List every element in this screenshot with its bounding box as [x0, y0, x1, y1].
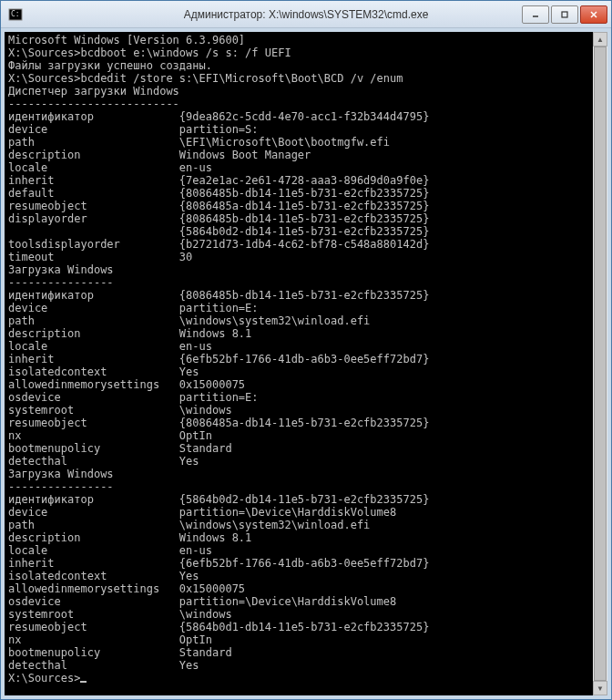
kv-value: en-us: [179, 161, 212, 174]
kv-row: nxOptIn: [8, 429, 604, 442]
scroll-up-button[interactable]: ▲: [593, 32, 607, 46]
kv-row: localeen-us: [8, 161, 604, 174]
kv-row: идентификатор{9dea862c-5cdd-4e70-acc1-f3…: [8, 110, 604, 123]
kv-value: Yes: [179, 455, 199, 468]
kv-row: descriptionWindows 8.1: [8, 327, 604, 340]
console-line: --------------------------: [8, 98, 604, 110]
kv-value: {5864b0d1-db14-11e5-b731-e2cfb2335725}: [179, 621, 430, 633]
kv-value: 0x15000075: [179, 582, 245, 595]
kv-row: devicepartition=\Device\HarddiskVolume8: [8, 506, 604, 519]
kv-key: resumeobject: [8, 417, 179, 429]
kv-value: Standard: [179, 646, 232, 659]
console-line: X:\Sources>bcdedit /store s:\EFI\Microso…: [8, 72, 604, 85]
svg-rect-3: [562, 12, 567, 17]
kv-value: en-us: [179, 544, 212, 557]
kv-value: partition=E:: [179, 302, 259, 314]
kv-value: {8086485a-db14-11e5-b731-e2cfb2335725}: [179, 417, 430, 429]
console-line: ----------------: [8, 480, 604, 493]
kv-value: Yes: [179, 659, 199, 672]
console-output[interactable]: Microsoft Windows [Version 6.3.9600]X:\S…: [5, 32, 607, 686]
kv-value: OptIn: [179, 633, 212, 646]
kv-value: {5864b0d2-db14-11e5-b731-e2cfb2335725}: [179, 493, 430, 506]
console-area: Microsoft Windows [Version 6.3.9600]X:\S…: [5, 32, 607, 695]
scroll-thumb[interactable]: [594, 46, 607, 681]
close-button[interactable]: [580, 5, 607, 24]
kv-value: \EFI\Microsoft\Boot\bootmgfw.efi: [179, 136, 390, 149]
minimize-button[interactable]: [522, 5, 549, 24]
console-prompt[interactable]: X:\Sources>: [8, 672, 604, 685]
svg-text:C:: C:: [11, 10, 20, 18]
console-line: X:\Sources>bcdboot e:\windows /s s: /f U…: [8, 46, 604, 59]
kv-row: localeen-us: [8, 544, 604, 557]
kv-value: Windows 8.1: [179, 531, 251, 544]
kv-key: default: [8, 187, 179, 200]
console-line: Загрузка Windows: [8, 263, 604, 276]
scroll-track[interactable]: [593, 46, 607, 681]
kv-row: {5864b0d2-db14-11e5-b731-e2cfb2335725}: [8, 225, 604, 238]
kv-key: path: [8, 314, 179, 327]
kv-key: идентификатор: [8, 289, 179, 302]
kv-value: {9dea862c-5cdd-4e70-acc1-f32b344d4795}: [179, 110, 430, 123]
console-line: ----------------: [8, 276, 604, 289]
kv-key: nx: [8, 429, 179, 442]
kv-value: \windows\system32\winload.efi: [179, 519, 371, 531]
kv-row: detecthalYes: [8, 455, 604, 468]
kv-key: description: [8, 149, 179, 161]
kv-value: \windows: [179, 608, 232, 621]
kv-row: bootmenupolicyStandard: [8, 646, 604, 659]
kv-value: partition=\Device\HarddiskVolume8: [179, 506, 396, 519]
kv-key: osdevice: [8, 595, 179, 608]
kv-key: path: [8, 136, 179, 149]
kv-value: partition=S:: [179, 123, 259, 136]
kv-key: locale: [8, 161, 179, 174]
kv-row: bootmenupolicyStandard: [8, 442, 604, 455]
kv-row: resumeobject{8086485a-db14-11e5-b731-e2c…: [8, 200, 604, 212]
vertical-scrollbar[interactable]: ▲ ▼: [593, 32, 607, 695]
kv-value: 0x15000075: [179, 378, 245, 391]
kv-key: path: [8, 519, 179, 531]
kv-key: resumeobject: [8, 621, 179, 633]
kv-row: path\windows\system32\winload.efi: [8, 519, 604, 531]
window-controls: [520, 5, 611, 24]
kv-value: Windows 8.1: [179, 327, 251, 340]
console-line: Диспетчер загрузки Windows: [8, 85, 604, 98]
kv-row: inherit{6efb52bf-1766-41db-a6b3-0ee5eff7…: [8, 557, 604, 570]
kv-key: systemroot: [8, 608, 179, 621]
kv-key: device: [8, 506, 179, 519]
kv-row: isolatedcontextYes: [8, 570, 604, 582]
kv-key: timeout: [8, 251, 179, 263]
kv-value: 30: [179, 251, 192, 263]
kv-value: {6efb52bf-1766-41db-a6b3-0ee5eff72bd7}: [179, 557, 430, 570]
kv-value: \windows\system32\winload.efi: [179, 314, 371, 327]
console-line: Загрузка Windows: [8, 468, 604, 480]
kv-value: {8086485b-db14-11e5-b731-e2cfb2335725}: [179, 187, 430, 200]
kv-key: toolsdisplayorder: [8, 238, 179, 251]
kv-row: displayorder{8086485b-db14-11e5-b731-e2c…: [8, 212, 604, 225]
titlebar[interactable]: C: Администратор: X:\windows\SYSTEM32\cm…: [1, 1, 611, 28]
kv-key: osdevice: [8, 391, 179, 404]
kv-key: isolatedcontext: [8, 570, 179, 582]
prompt-text: X:\Sources>: [8, 672, 80, 685]
kv-value: Yes: [179, 365, 199, 378]
kv-row: идентификатор{8086485b-db14-11e5-b731-e2…: [8, 289, 604, 302]
kv-value: \windows: [179, 404, 232, 417]
kv-key: идентификатор: [8, 493, 179, 506]
kv-value: {8086485a-db14-11e5-b731-e2cfb2335725}: [179, 200, 430, 212]
kv-key: nx: [8, 633, 179, 646]
kv-row: resumeobject{8086485a-db14-11e5-b731-e2c…: [8, 417, 604, 429]
kv-row: default{8086485b-db14-11e5-b731-e2cfb233…: [8, 187, 604, 200]
kv-row: devicepartition=E:: [8, 302, 604, 314]
cursor: [80, 681, 87, 683]
scroll-down-button[interactable]: ▼: [593, 681, 607, 695]
kv-key: locale: [8, 544, 179, 557]
cmd-window: C: Администратор: X:\windows\SYSTEM32\cm…: [0, 0, 612, 700]
maximize-button[interactable]: [551, 5, 578, 24]
kv-row: isolatedcontextYes: [8, 365, 604, 378]
kv-key: inherit: [8, 353, 179, 365]
kv-key: displayorder: [8, 212, 179, 225]
kv-value: {8086485b-db14-11e5-b731-e2cfb2335725}: [179, 289, 430, 302]
kv-value: partition=\Device\HarddiskVolume8: [179, 595, 396, 608]
kv-key: allowedinmemorysettings: [8, 582, 179, 595]
kv-value: partition=E:: [179, 391, 259, 404]
kv-value: Windows Boot Manager: [179, 149, 311, 161]
